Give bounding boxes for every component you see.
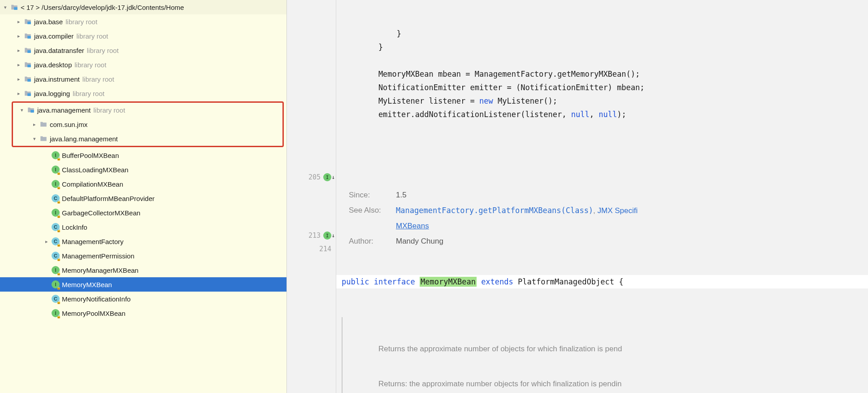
chevron-right-icon: ▸: [14, 33, 23, 39]
link-getplatformmxbeans[interactable]: ManagementFactory.getPlatformMXBeans(Cla…: [396, 206, 593, 215]
chevron-right-icon: ▸: [14, 91, 23, 96]
root-label: < 17 > /Users/darcy/develop/jdk-17.jdk/C…: [21, 4, 184, 11]
interface-icon: I🔒: [51, 151, 60, 160]
interface-icon: I🔒: [51, 208, 60, 217]
interface-icon: I🔒: [51, 309, 60, 318]
interface-icon: I🔒: [51, 179, 60, 188]
tree-item-label: java.datatransferlibrary root: [34, 47, 119, 54]
tree-item-MemoryMXBean[interactable]: I🔒MemoryMXBean: [0, 277, 286, 292]
lock-icon: 🔒: [56, 200, 61, 204]
class-icon: C🔒: [51, 294, 60, 303]
project-tree[interactable]: ▾ < 17 > /Users/darcy/develop/jdk-17.jdk…: [0, 0, 287, 393]
tree-item-java-instrument[interactable]: ▸ java.instrumentlibrary root: [0, 72, 286, 86]
javadoc-meta: Since:1.5 See Also:ManagementFactory.get…: [336, 188, 868, 248]
svg-rect-7: [30, 110, 34, 113]
tree-item-label: ManagementPermission: [62, 252, 135, 260]
lock-icon: 🔒: [56, 185, 61, 189]
override-icon[interactable]: I: [323, 231, 331, 240]
tree-item-java-logging[interactable]: ▸ java.logginglibrary root: [0, 86, 286, 100]
tree-item-label: java.managementlibrary root: [37, 106, 125, 114]
tree-item-MemoryNotificationInfo[interactable]: C🔒MemoryNotificationInfo: [0, 292, 286, 306]
class-icon: C🔒: [51, 237, 60, 246]
tree-item-label: java.instrumentlibrary root: [34, 75, 114, 83]
tree-item-label: MemoryMXBean: [62, 281, 112, 288]
code-area[interactable]: } } MemoryMXBean mbean = ManagementFacto…: [336, 0, 868, 393]
tree-item-ManagementPermission[interactable]: C🔒ManagementPermission: [0, 249, 286, 263]
tree-item-label: java.baselibrary root: [34, 18, 97, 26]
code-line: [336, 54, 868, 67]
tree-item-label: java.lang.management: [50, 135, 118, 143]
tree-item-label: ManagementFactory: [62, 238, 124, 245]
svg-rect-4: [27, 65, 31, 67]
library-folder-icon: [26, 105, 35, 114]
chevron-right-icon: ▸: [30, 122, 39, 127]
link-jmx-spec[interactable]: JMX Specifi: [598, 206, 638, 215]
tree-item-label: BufferPoolMXBean: [62, 152, 119, 159]
code-line: }: [336, 40, 868, 54]
tree-item-GarbageCollectorMXBean[interactable]: I🔒GarbageCollectorMXBean: [0, 205, 286, 220]
svg-rect-0: [14, 7, 17, 10]
tree-item-label: java.logginglibrary root: [34, 90, 104, 97]
override-icon[interactable]: I: [323, 173, 331, 181]
tree-item-ClassLoadingMXBean[interactable]: I🔒ClassLoadingMXBean: [0, 162, 286, 177]
line-number: 214: [319, 245, 331, 253]
interface-declaration: public interface MemoryMXBean extends Pl…: [336, 275, 868, 288]
svg-rect-2: [27, 36, 31, 39]
tree-item-com-sun-jmx[interactable]: ▸ com.sun.jmx: [13, 117, 282, 131]
svg-rect-6: [27, 93, 31, 96]
line-number: 205: [308, 173, 321, 181]
tree-item-java-management[interactable]: ▾ java.managementlibrary root: [13, 103, 282, 117]
highlighted-module-box: ▾ java.managementlibrary root ▸ com.sun.…: [12, 101, 284, 147]
tree-item-java-compiler[interactable]: ▸ java.compilerlibrary root: [0, 29, 286, 43]
library-folder-icon: [23, 74, 32, 83]
code-line: NotificationEmitter emitter = (Notificat…: [336, 81, 868, 94]
line-number: 213: [308, 231, 321, 240]
tree-item-java-desktop[interactable]: ▸ java.desktoplibrary root: [0, 57, 286, 72]
tree-root[interactable]: ▾ < 17 > /Users/darcy/develop/jdk-17.jdk…: [0, 0, 286, 14]
tree-item-java-base[interactable]: ▸ java.baselibrary root: [0, 14, 286, 29]
tree-item-label: DefaultPlatformMBeanProvider: [62, 195, 155, 202]
class-icon: C🔒: [51, 223, 60, 231]
tree-item-label: GarbageCollectorMXBean: [62, 209, 140, 217]
chevron-right-icon: ▸: [14, 19, 23, 25]
chevron-down-icon: ▾: [1, 4, 10, 10]
tree-item-label: ClassLoadingMXBean: [62, 166, 128, 174]
chevron-right-icon: ▸: [14, 76, 23, 82]
tree-item-java-lang-management[interactable]: ▾ java.lang.management: [13, 131, 282, 146]
tree-item-label: java.desktoplibrary root: [34, 61, 106, 69]
library-folder-icon: [23, 60, 32, 69]
lock-icon: 🔒: [56, 214, 61, 218]
library-folder-icon: [23, 17, 32, 26]
tree-item-CompilationMXBean[interactable]: I🔒CompilationMXBean: [0, 177, 286, 191]
tree-item-MemoryManagerMXBean[interactable]: I🔒MemoryManagerMXBean: [0, 263, 286, 277]
chevron-down-icon: ▾: [30, 136, 39, 142]
lock-icon: 🔒: [56, 257, 61, 261]
library-folder-icon: [23, 89, 32, 98]
chevron-right-icon: ▸: [14, 62, 23, 68]
interface-icon: I🔒: [51, 165, 60, 174]
tree-item-MemoryPoolMXBean[interactable]: I🔒MemoryPoolMXBean: [0, 306, 286, 320]
chevron-right-icon: ▸: [42, 239, 51, 245]
tree-item-label: com.sun.jmx: [50, 121, 87, 128]
class-icon: C🔒: [51, 194, 60, 203]
tree-item-ManagementFactory[interactable]: ▸C🔒ManagementFactory: [0, 234, 286, 249]
chevron-right-icon: ▸: [14, 48, 23, 53]
code-editor[interactable]: 205I 213I 214 } } MemoryMXBean mbean = M…: [287, 0, 868, 393]
tree-item-LockInfo[interactable]: C🔒LockInfo: [0, 220, 286, 234]
tree-item-label: LockInfo: [62, 223, 87, 231]
tree-item-java-datatransfer[interactable]: ▸ java.datatransferlibrary root: [0, 43, 286, 57]
svg-rect-5: [27, 79, 31, 82]
interface-icon: I🔒: [51, 280, 60, 289]
code-line: }: [336, 27, 868, 40]
library-folder-icon: [23, 46, 32, 55]
link-mxbeans[interactable]: MXBeans: [396, 222, 429, 230]
folder-icon: [39, 120, 48, 129]
lock-icon: 🔒: [56, 157, 61, 161]
class-icon: C🔒: [51, 251, 60, 260]
tree-item-DefaultPlatformMBeanProvider[interactable]: C🔒DefaultPlatformMBeanProvider: [0, 191, 286, 205]
tree-item-BufferPoolMXBean[interactable]: I🔒BufferPoolMXBean: [0, 148, 286, 162]
tree-item-label: CompilationMXBean: [62, 180, 123, 188]
library-folder-icon: [10, 3, 19, 12]
lock-icon: 🔒: [56, 243, 61, 247]
code-line: emitter.addNotificationListener(listener…: [336, 108, 868, 121]
